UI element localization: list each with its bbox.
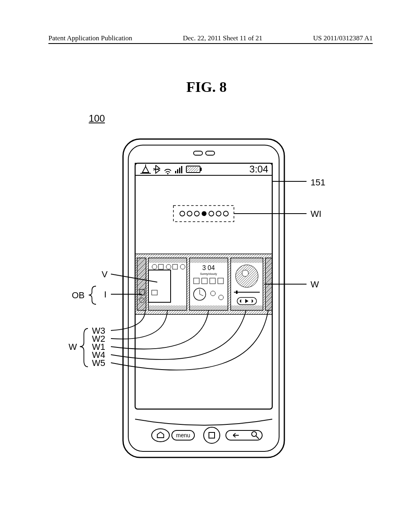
svg-point-63 xyxy=(204,427,220,443)
label-I: I xyxy=(104,289,106,300)
label-V: V xyxy=(102,269,108,280)
svg-rect-11 xyxy=(181,166,182,173)
svg-point-60 xyxy=(152,429,169,442)
label-W-left: W xyxy=(69,342,77,352)
svg-point-20 xyxy=(209,211,214,216)
svg-rect-65 xyxy=(226,430,262,440)
svg-rect-26 xyxy=(148,258,187,263)
page-header: Patent Application Publication Dec. 22, … xyxy=(48,34,373,44)
label-151: 151 xyxy=(311,177,325,188)
svg-rect-9 xyxy=(177,169,178,173)
figure-title: FIG. 8 xyxy=(0,79,413,96)
svg-text:Sunny/cloudy: Sunny/cloudy xyxy=(200,272,217,276)
svg-rect-58 xyxy=(231,305,263,310)
svg-rect-36 xyxy=(148,305,187,310)
svg-point-22 xyxy=(223,211,228,216)
svg-rect-56 xyxy=(236,291,238,294)
svg-text:menu: menu xyxy=(176,432,190,438)
status-time: 3:04 xyxy=(249,164,268,175)
svg-rect-2 xyxy=(194,151,202,155)
label-OB: OB xyxy=(72,290,85,301)
svg-rect-64 xyxy=(209,432,215,438)
figure-diagram: 3:04 3 04 Sunny/cloudy xyxy=(40,129,371,472)
svg-point-21 xyxy=(216,211,221,216)
svg-rect-8 xyxy=(175,171,176,173)
svg-point-7 xyxy=(167,173,169,175)
svg-point-66 xyxy=(252,432,257,436)
svg-point-18 xyxy=(194,211,199,216)
header-center: Dec. 22, 2011 Sheet 11 of 21 xyxy=(183,34,263,42)
svg-line-67 xyxy=(256,436,259,439)
svg-point-54 xyxy=(242,270,248,276)
svg-text:3  04: 3 04 xyxy=(202,264,215,271)
svg-rect-50 xyxy=(190,305,228,310)
svg-rect-52 xyxy=(231,258,263,263)
svg-rect-38 xyxy=(190,258,228,263)
svg-rect-10 xyxy=(179,168,180,173)
ref-100: 100 xyxy=(89,113,105,124)
label-W5: W5 xyxy=(92,358,105,368)
label-WI: WI xyxy=(311,209,321,219)
header-right: US 2011/0312387 A1 xyxy=(313,34,373,42)
svg-rect-14 xyxy=(187,167,198,172)
svg-rect-13 xyxy=(200,168,202,171)
svg-point-16 xyxy=(180,211,185,216)
svg-point-19 xyxy=(202,211,206,216)
svg-rect-32 xyxy=(148,270,171,302)
label-W-right: W xyxy=(311,279,319,290)
header-left: Patent Application Publication xyxy=(48,34,132,42)
svg-point-17 xyxy=(187,211,192,216)
svg-rect-3 xyxy=(206,151,215,155)
